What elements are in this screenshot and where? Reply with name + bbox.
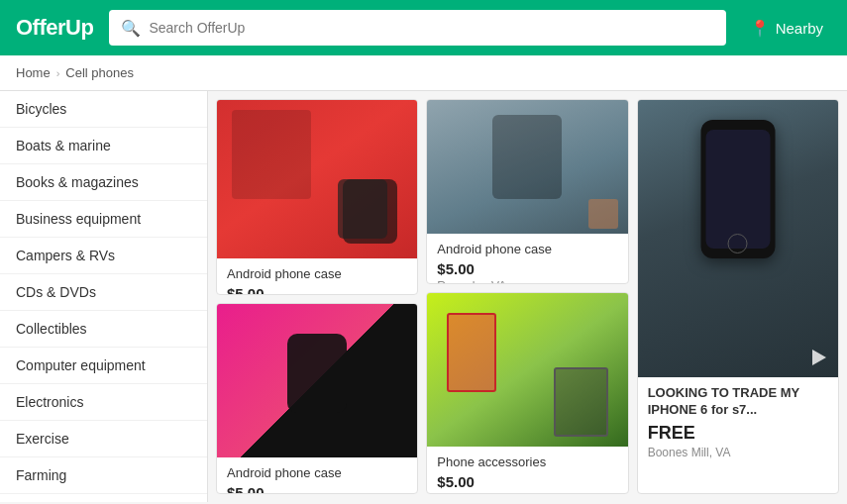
sidebar-item-bicycles[interactable]: Bicycles	[0, 91, 207, 128]
product-image-yellow	[427, 293, 627, 447]
sidebar: Bicycles Boats & marine Books & magazine…	[0, 91, 208, 502]
product-location-iphone: Boones Mill, VA	[648, 446, 828, 459]
sidebar-item-exercise[interactable]: Exercise	[0, 421, 207, 457]
logo: OfferUp	[16, 15, 93, 41]
product-grid: Android phone case $5.00 Roanoke, VA And…	[208, 91, 847, 502]
product-info-android-red: Android phone case $5.00 Roanoke, VA	[217, 258, 417, 295]
breadcrumb-current: Cell phones	[65, 65, 134, 80]
header: OfferUp 🔍 📍 Nearby	[0, 0, 847, 55]
location-icon: 📍	[750, 19, 770, 38]
product-info-yellow: Phone accessories $5.00 Roanoke, VA	[427, 447, 627, 495]
product-price: $5.00	[227, 285, 407, 295]
product-image-android-gray	[427, 100, 627, 234]
product-card-android-red[interactable]: Android phone case $5.00 Roanoke, VA	[216, 99, 418, 295]
product-price-iphone: FREE	[648, 423, 828, 444]
search-input[interactable]	[149, 20, 713, 36]
product-price-gray: $5.00	[437, 260, 617, 277]
sidebar-item-books[interactable]: Books & magazines	[0, 164, 207, 201]
product-info-pink: Android phone case $5.00 Roanoke, VA	[217, 457, 417, 494]
product-title: Android phone case	[227, 266, 407, 281]
sidebar-item-farming[interactable]: Farming	[0, 457, 207, 494]
sidebar-item-electronics[interactable]: Electronics	[0, 384, 207, 421]
sidebar-item-boats[interactable]: Boats & marine	[0, 128, 207, 164]
product-info-android-gray: Android phone case $5.00 Roanoke, VA	[427, 234, 627, 284]
search-icon: 🔍	[121, 19, 141, 38]
product-image-android-red	[217, 100, 417, 258]
product-location-gray: Roanoke, VA	[437, 279, 617, 284]
product-col-3: LOOKING TO TRADE MY IPHONE 6 for s7... F…	[633, 95, 843, 498]
product-info-iphone: LOOKING TO TRADE MY IPHONE 6 for s7... F…	[638, 377, 838, 469]
product-image-iphone	[638, 100, 838, 377]
product-card-pink[interactable]: Android phone case $5.00 Roanoke, VA	[216, 303, 418, 494]
product-location-yellow: Roanoke, VA	[437, 492, 617, 495]
product-title-iphone: LOOKING TO TRADE MY IPHONE 6 for s7...	[648, 385, 828, 419]
product-card-android-gray[interactable]: Android phone case $5.00 Roanoke, VA	[426, 99, 628, 284]
sidebar-item-computer[interactable]: Computer equipment	[0, 348, 207, 384]
location-button[interactable]: 📍 Nearby	[742, 15, 831, 42]
sidebar-item-campers[interactable]: Campers & RVs	[0, 238, 207, 274]
product-image-pink	[217, 304, 417, 457]
product-title-yellow: Phone accessories	[437, 454, 617, 469]
breadcrumb: Home › Cell phones	[0, 55, 847, 91]
breadcrumb-home[interactable]: Home	[16, 65, 51, 80]
location-label: Nearby	[776, 20, 823, 37]
sidebar-item-free[interactable]: Free	[0, 494, 207, 502]
product-title-gray: Android phone case	[437, 242, 617, 256]
sidebar-item-business[interactable]: Business equipment	[0, 201, 207, 238]
sidebar-item-cds[interactable]: CDs & DVDs	[0, 274, 207, 311]
product-price-yellow: $5.00	[437, 473, 617, 490]
sidebar-item-collectibles[interactable]: Collectibles	[0, 311, 207, 348]
product-col-1: Android phone case $5.00 Roanoke, VA And…	[212, 95, 422, 498]
product-col-2: Android phone case $5.00 Roanoke, VA Pho…	[422, 95, 632, 498]
breadcrumb-separator: ›	[56, 67, 60, 79]
product-title-pink: Android phone case	[227, 465, 407, 480]
product-price-pink: $5.00	[227, 484, 407, 494]
main-content: Bicycles Boats & marine Books & magazine…	[0, 91, 847, 502]
product-card-yellow[interactable]: Phone accessories $5.00 Roanoke, VA	[426, 292, 628, 495]
product-card-iphone[interactable]: LOOKING TO TRADE MY IPHONE 6 for s7... F…	[637, 99, 839, 494]
search-bar[interactable]: 🔍	[109, 10, 725, 46]
